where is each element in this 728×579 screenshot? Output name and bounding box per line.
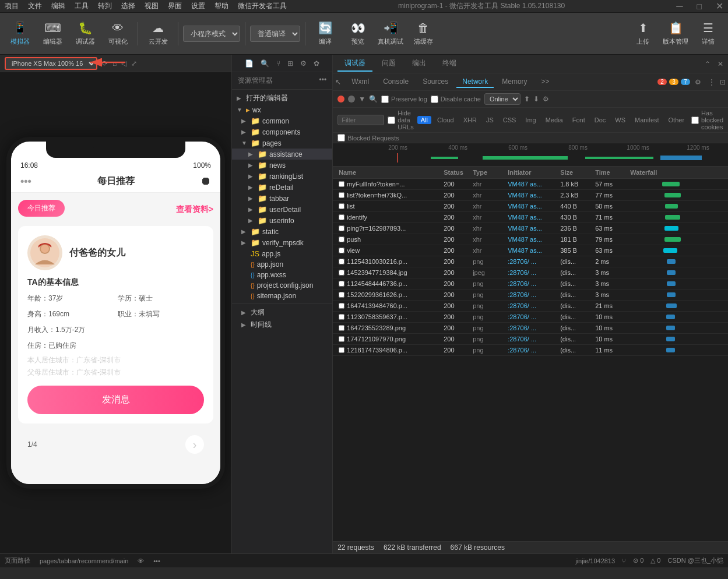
compile-button[interactable]: 🔄 编译 xyxy=(310,16,340,51)
preserve-log-checkbox-label[interactable]: Preserve log xyxy=(381,96,427,103)
static-folder[interactable]: ▶ 📁 static xyxy=(232,226,332,237)
filter-other[interactable]: Other xyxy=(665,116,688,124)
row-checkbox[interactable] xyxy=(339,181,344,187)
more-options-icon[interactable]: ••• xyxy=(319,76,327,86)
filter-js[interactable]: JS xyxy=(483,116,497,124)
settings-net-icon[interactable]: ⚙ xyxy=(543,95,549,103)
table-row[interactable]: 11230758359637.p... 200 png :28706/ ... … xyxy=(333,312,728,323)
menu-item-wechat[interactable]: 微信开发者工具 xyxy=(238,1,287,11)
common-folder[interactable]: ▶ 📁 common xyxy=(232,115,332,126)
tab-terminal[interactable]: 终端 xyxy=(435,56,463,72)
menu-item-view[interactable]: 视图 xyxy=(145,1,159,11)
filter-input[interactable] xyxy=(337,115,384,125)
redetail-folder[interactable]: ▶ 📁 reDetail xyxy=(232,182,332,193)
menu-item-help[interactable]: 帮助 xyxy=(214,1,228,11)
sitemap-file[interactable]: ▶ {} sitemap.json xyxy=(232,291,332,301)
record-icon[interactable]: ⏺ xyxy=(201,175,211,188)
clear-cache-button[interactable]: 🗑 清缓存 xyxy=(408,16,438,51)
row-checkbox[interactable] xyxy=(339,347,344,353)
userinfo-folder[interactable]: ▶ 📁 userinfo xyxy=(232,215,332,226)
filetree-icon-2[interactable]: 🔍 xyxy=(261,59,269,68)
dock-icon[interactable]: ⊡ xyxy=(720,78,726,86)
settings-icon[interactable]: ⚙ xyxy=(695,78,701,86)
disable-cache-checkbox-label[interactable]: Disable cache xyxy=(431,96,481,103)
open-editors-item[interactable]: ▶ 打开的编辑器 xyxy=(232,92,332,104)
stop-button[interactable] xyxy=(348,96,355,103)
appjson-file[interactable]: ▶ {} app.json xyxy=(232,259,332,270)
row-checkbox[interactable] xyxy=(339,270,344,276)
collapse-icon[interactable]: ⌃ xyxy=(705,60,711,68)
filter-css[interactable]: CSS xyxy=(500,116,520,124)
has-blocked-label[interactable]: Has blocked cookies xyxy=(691,110,723,130)
row-checkbox[interactable] xyxy=(339,314,344,320)
components-folder[interactable]: ▶ 📁 components xyxy=(232,126,332,137)
table-row[interactable]: ping?r=162987893... 200 xhr VM487 as... … xyxy=(333,223,728,234)
filter-font[interactable]: Font xyxy=(569,116,589,124)
git-icon[interactable]: ⑂ xyxy=(622,557,626,564)
table-row[interactable]: 12181747394806.p... 200 png :28706/ ... … xyxy=(333,345,728,356)
menu-item-settings[interactable]: 设置 xyxy=(191,1,205,11)
filetree-icon-1[interactable]: 📄 xyxy=(245,59,254,68)
simulator-button[interactable]: 📱 模拟器 xyxy=(5,16,35,51)
close-devtools-icon[interactable]: ✕ xyxy=(718,60,723,68)
table-row[interactable]: list?token=hei73kQ... 200 xhr VM487 as..… xyxy=(333,190,728,201)
pages-folder[interactable]: ▼ 📁 pages xyxy=(232,137,332,149)
filter-img[interactable]: Img xyxy=(522,116,539,124)
view-icon[interactable]: 👁 xyxy=(138,557,144,564)
menu-item-goto[interactable]: 转到 xyxy=(98,1,112,11)
blocked-req-checkbox[interactable] xyxy=(337,134,345,142)
filter-ws[interactable]: WS xyxy=(611,116,629,124)
appwxss-file[interactable]: ▶ {} app.wxss xyxy=(232,270,332,280)
filter-doc[interactable]: Doc xyxy=(591,116,610,124)
menu-item-tools[interactable]: 工具 xyxy=(75,1,89,11)
row-checkbox[interactable] xyxy=(339,303,344,309)
appjs-file[interactable]: ▶ JS app.js xyxy=(232,248,332,259)
table-row[interactable]: 11254310030216.p... 200 png :28706/ ... … xyxy=(333,256,728,267)
device-select[interactable]: iPhone XS Max 100% 16 xyxy=(5,57,97,70)
see-profile-link[interactable]: 查看资料> xyxy=(176,204,213,215)
kebab-icon[interactable]: ⋮ xyxy=(708,78,715,86)
filter-manifest[interactable]: Manifest xyxy=(631,116,663,124)
assistance-folder[interactable]: ▶ 📁 assistance xyxy=(232,149,332,160)
table-row[interactable]: identify 200 xhr VM487 as... 430 B 71 ms xyxy=(333,212,728,223)
table-row[interactable]: 16474139484760.p... 200 png :28706/ ... … xyxy=(333,301,728,312)
verify-folder[interactable]: ▶ 📁 verify_mpsdk xyxy=(232,237,332,248)
preserve-log-checkbox[interactable] xyxy=(381,96,389,103)
row-checkbox[interactable] xyxy=(339,214,344,220)
filetree-icon-5[interactable]: ⚙ xyxy=(300,59,307,68)
blocked-req-label[interactable]: Blocked Requests xyxy=(337,134,723,142)
filetree-icon-3[interactable]: ⑂ xyxy=(276,59,280,68)
details-button[interactable]: ☰ 详情 xyxy=(693,16,723,51)
ranklist-folder[interactable]: ▶ 📁 rankingList xyxy=(232,171,332,182)
version-mgr-button[interactable]: 📋 版本管理 xyxy=(660,16,691,51)
row-checkbox[interactable] xyxy=(339,192,344,198)
compile-mode-select[interactable]: 普通编译 xyxy=(250,26,300,42)
tab-sources[interactable]: Sources xyxy=(417,76,454,88)
import-icon[interactable]: ⬆ xyxy=(524,95,530,103)
table-row[interactable]: 15220299361626.p... 200 png :28706/ ... … xyxy=(333,290,728,301)
filter-xhr[interactable]: XHR xyxy=(460,116,480,124)
table-row[interactable]: 1747121097970.png 200 png :28706/ ... (d… xyxy=(333,334,728,345)
projectconfig-file[interactable]: ▶ {} project.config.json xyxy=(232,280,332,291)
timeline-item[interactable]: ▶ 时间线 xyxy=(237,319,328,331)
next-page-button[interactable]: › xyxy=(185,435,204,454)
filter-icon[interactable]: ▼ xyxy=(358,95,365,103)
record-button[interactable] xyxy=(337,96,344,103)
send-message-button[interactable]: 发消息 xyxy=(27,386,204,414)
remote-debug-button[interactable]: 📲 真机调试 xyxy=(375,16,406,51)
export-icon[interactable]: ⬇ xyxy=(533,95,539,103)
filter-cloud[interactable]: Cloud xyxy=(434,116,458,124)
row-checkbox[interactable] xyxy=(339,203,344,209)
tab-wxml[interactable]: Wxml xyxy=(346,76,375,88)
tab-network[interactable]: Network xyxy=(456,76,494,88)
disable-cache-checkbox[interactable] xyxy=(431,96,438,103)
fullscreen-icon[interactable]: ⤢ xyxy=(131,59,137,68)
hide-data-urls-checkbox[interactable] xyxy=(388,116,395,124)
filter-all[interactable]: All xyxy=(417,116,431,124)
mode-select[interactable]: 小程序模式 xyxy=(183,26,240,42)
tab-debugger[interactable]: 调试器 xyxy=(337,56,372,72)
maximize-button[interactable]: □ xyxy=(697,2,702,11)
preview-button[interactable]: 👀 预览 xyxy=(343,16,373,51)
menu-item-edit[interactable]: 编辑 xyxy=(51,1,65,11)
search-icon[interactable]: 🔍 xyxy=(369,95,378,103)
